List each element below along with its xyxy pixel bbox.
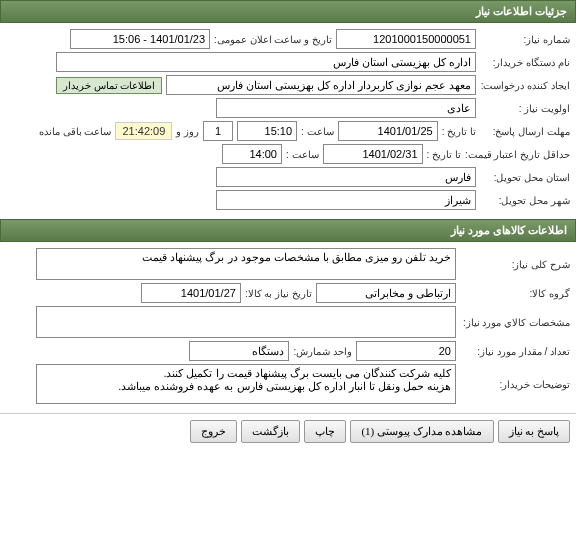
need-number-field[interactable] — [336, 29, 476, 49]
label-time-remaining: ساعت باقی مانده — [39, 126, 112, 137]
deadline-time-field[interactable] — [237, 121, 297, 141]
goods-need-date-field[interactable] — [141, 283, 241, 303]
section-need-info-header: جزئیات اطلاعات نیاز — [0, 0, 576, 23]
priority-field[interactable] — [216, 98, 476, 118]
label-need-number: شماره نیاز: — [480, 34, 570, 45]
label-announce-datetime: تاریخ و ساعت اعلان عمومی: — [214, 34, 332, 45]
days-left-field[interactable] — [203, 121, 233, 141]
label-requester: ایجاد کننده درخواست: — [480, 80, 570, 91]
exit-button[interactable]: خروج — [190, 420, 237, 443]
bottom-button-bar: پاسخ به نیاز مشاهده مدارک پیوستی (1) چاپ… — [0, 413, 576, 449]
goods-spec-field[interactable] — [36, 306, 456, 338]
label-time-1: ساعت : — [301, 126, 334, 137]
goods-info-content: شرح کلی نیاز: گروه کالا: تاریخ نیاز به ک… — [0, 242, 576, 413]
label-response-deadline: مهلت ارسال پاسخ: — [480, 126, 570, 137]
unit-field[interactable] — [189, 341, 289, 361]
label-buyer-notes: توضیحات خریدار: — [460, 379, 570, 390]
label-delivery-city: شهر محل تحویل: — [480, 195, 570, 206]
print-button[interactable]: چاپ — [304, 420, 346, 443]
label-goods-group: گروه کالا: — [460, 288, 570, 299]
buyer-notes-field[interactable] — [36, 364, 456, 404]
back-button[interactable]: بازگشت — [241, 420, 300, 443]
deadline-date-field[interactable] — [338, 121, 438, 141]
buyer-org-field[interactable] — [56, 52, 476, 72]
countdown-timer: 21:42:09 — [115, 122, 172, 140]
attachments-button[interactable]: مشاهده مدارک پیوستی (1) — [350, 420, 493, 443]
requester-field[interactable] — [166, 75, 476, 95]
goods-group-field[interactable] — [316, 283, 456, 303]
province-field[interactable] — [216, 167, 476, 187]
need-desc-field[interactable] — [36, 248, 456, 280]
label-to-date-1: تا تاریخ : — [442, 126, 476, 137]
label-time-2: ساعت : — [286, 149, 319, 160]
label-priority: اولویت نیاز : — [480, 103, 570, 114]
label-to-date-2: تا تاریخ : — [427, 149, 461, 160]
label-buyer-org: نام دستگاه خریدار: — [480, 57, 570, 68]
section-goods-info-header: اطلاعات کالاهای مورد نیاز — [0, 219, 576, 242]
label-goods-spec: مشخصات کالاي مورد نیاز: — [460, 317, 570, 328]
validity-time-field[interactable] — [222, 144, 282, 164]
label-unit: واحد شمارش: — [293, 346, 352, 357]
label-qty: تعداد / مقدار مورد نیاز: — [460, 346, 570, 357]
label-delivery-province: استان محل تحویل: — [480, 172, 570, 183]
need-info-content: شماره نیاز: تاریخ و ساعت اعلان عمومی: نا… — [0, 23, 576, 219]
announce-datetime-field[interactable] — [70, 29, 210, 49]
label-goods-need-date: تاریخ نیاز به کالا: — [245, 288, 312, 299]
city-field[interactable] — [216, 190, 476, 210]
label-min-validity: حداقل تاریخ اعتبار قیمت: — [465, 149, 570, 160]
respond-button[interactable]: پاسخ به نیاز — [498, 420, 571, 443]
label-days-and: روز و — [176, 126, 199, 137]
qty-field[interactable] — [356, 341, 456, 361]
validity-date-field[interactable] — [323, 144, 423, 164]
label-need-desc: شرح کلی نیاز: — [460, 259, 570, 270]
contact-buyer-button[interactable]: اطلاعات تماس خریدار — [56, 77, 162, 94]
